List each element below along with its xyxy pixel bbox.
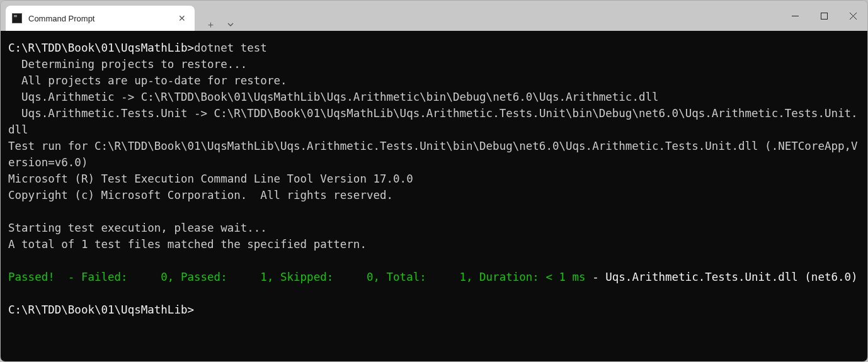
prompt: C:\R\TDD\Book\01\UqsMathLib> <box>8 303 194 316</box>
minimize-button[interactable] <box>780 1 809 31</box>
prompt: C:\R\TDD\Book\01\UqsMathLib> <box>8 42 194 54</box>
test-result-assembly: - Uqs.Arithmetic.Tests.Unit.dll (net6.0) <box>586 271 858 283</box>
command-text: dotnet test <box>194 42 267 54</box>
titlebar: Command Prompt ✕ ＋ <box>1 1 867 31</box>
output-line: Determining projects to restore... <box>8 58 247 71</box>
tab-title: Command Prompt <box>28 14 171 23</box>
test-result-passed: Passed! - Failed: 0, Passed: 1, Skipped:… <box>8 271 586 283</box>
terminal-output[interactable]: C:\R\TDD\Book\01\UqsMathLib>dotnet test … <box>1 31 867 361</box>
tab-dropdown-button[interactable] <box>227 20 234 30</box>
tab-actions: ＋ <box>195 19 234 31</box>
maximize-button[interactable] <box>809 1 838 31</box>
svg-rect-1 <box>821 13 827 19</box>
output-line: Copyright (c) Microsoft Corporation. All… <box>8 189 393 201</box>
output-line: Starting test execution, please wait... <box>8 222 267 234</box>
tab-command-prompt[interactable]: Command Prompt ✕ <box>6 6 195 31</box>
new-tab-button[interactable]: ＋ <box>206 19 215 31</box>
terminal-window: Command Prompt ✕ ＋ C:\R\TDD\Book\01\UqsM… <box>0 0 868 362</box>
window-controls <box>780 1 867 31</box>
output-line: Microsoft (R) Test Execution Command Lin… <box>8 173 413 185</box>
close-window-button[interactable] <box>838 1 867 31</box>
output-line: All projects are up-to-date for restore. <box>8 74 287 87</box>
close-tab-icon[interactable]: ✕ <box>177 13 187 23</box>
output-line: Test run for C:\R\TDD\Book\01\UqsMathLib… <box>8 140 858 169</box>
output-line: A total of 1 test files matched the spec… <box>8 238 367 251</box>
output-line: Uqs.Arithmetic.Tests.Unit -> C:\R\TDD\Bo… <box>8 107 858 136</box>
tab-strip: Command Prompt ✕ ＋ <box>1 1 234 31</box>
output-line: Uqs.Arithmetic -> C:\R\TDD\Book\01\UqsMa… <box>8 91 659 103</box>
command-prompt-icon <box>12 13 22 23</box>
